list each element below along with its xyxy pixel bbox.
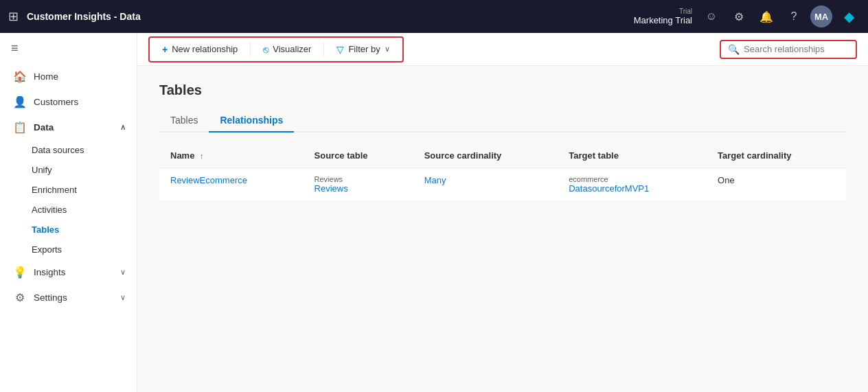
face-icon[interactable]: ☺ [700, 5, 722, 27]
target-table-label: ecommerce [569, 175, 696, 183]
source-cardinality-value: Many [424, 175, 446, 185]
sidebar-item-activities[interactable]: Activities [32, 200, 137, 220]
settings-icon[interactable]: ⚙ [728, 5, 750, 27]
settings-nav-icon: ⚙ [13, 291, 27, 304]
data-sources-label: Data sources [32, 145, 84, 155]
sidebar-item-exports[interactable]: Exports [32, 240, 137, 260]
search-box[interactable]: 🔍 [720, 40, 857, 59]
relationship-name-link[interactable]: ReviewEcommerce [170, 175, 247, 185]
page-title: Tables [159, 82, 846, 98]
toolbar-actions-group: + New relationship ⎋ Visualizer ▽ Filter… [148, 36, 404, 62]
table-head: Name ↑ Source table Source cardinality T… [159, 143, 846, 168]
col-header-source-cardinality: Source cardinality [413, 143, 558, 168]
col-header-target-table: Target table [558, 143, 707, 168]
data-sub-menu: Data sources Unify Enrichment Activities… [0, 140, 137, 260]
search-icon: 🔍 [728, 44, 740, 55]
unify-label: Unify [32, 165, 52, 175]
tab-tables-label: Tables [170, 115, 198, 126]
toolbar-divider-1 [250, 43, 251, 56]
target-table-value[interactable]: DatasourceforMVP1 [569, 183, 696, 194]
sidebar-item-insights-label: Insights [34, 267, 66, 277]
col-header-target-cardinality: Target cardinality [707, 143, 846, 168]
sidebar-item-insights[interactable]: 💡 Insights ∨ [0, 260, 137, 285]
sidebar-item-data-label: Data [34, 122, 54, 132]
relationships-table: Name ↑ Source table Source cardinality T… [159, 143, 846, 201]
tabs: Tables Relationships [159, 109, 846, 132]
insights-chevron: ∨ [120, 268, 126, 277]
sidebar-item-home-label: Home [34, 71, 58, 82]
data-chevron: ∧ [120, 123, 126, 132]
cell-target-cardinality: One [707, 168, 846, 201]
topbar-right: Trial Marketing Trial ☺ ⚙ 🔔 ? MA ◆ [634, 5, 860, 27]
tables-label: Tables [32, 224, 59, 235]
cell-name: ReviewEcommerce [159, 168, 304, 201]
col-header-source-table: Source table [304, 143, 413, 168]
sidebar-item-tables[interactable]: Tables [32, 220, 137, 240]
tab-relationships[interactable]: Relationships [209, 109, 294, 132]
sidebar-item-data[interactable]: 📋 Data ∧ [0, 115, 137, 140]
bell-icon[interactable]: 🔔 [755, 5, 777, 27]
sidebar-item-settings-label: Settings [34, 292, 67, 303]
apps-icon[interactable]: ⊞ [8, 9, 19, 24]
sidebar-item-settings[interactable]: ⚙ Settings ∨ [0, 285, 137, 310]
customers-icon: 👤 [13, 95, 27, 108]
sort-icon: ↑ [200, 152, 204, 160]
sidebar-item-home[interactable]: 🏠 Home [0, 64, 137, 89]
tab-relationships-label: Relationships [220, 115, 283, 126]
tab-tables[interactable]: Tables [159, 109, 209, 132]
trial-name: Marketing Trial [634, 15, 692, 25]
sidebar-item-customers-label: Customers [34, 97, 78, 107]
toolbar: + New relationship ⎋ Visualizer ▽ Filter… [137, 33, 868, 66]
home-icon: 🏠 [13, 70, 27, 83]
topbar: ⊞ Customer Insights - Data Trial Marketi… [0, 0, 868, 33]
data-icon: 📋 [13, 121, 27, 134]
cell-source-cardinality: Many [413, 168, 558, 201]
cell-target-table: ecommerce DatasourceforMVP1 [558, 168, 707, 201]
avatar[interactable]: MA [810, 5, 832, 27]
trial-label: Trial [679, 8, 692, 15]
enrichment-label: Enrichment [32, 185, 77, 195]
sidebar-item-enrichment[interactable]: Enrichment [32, 180, 137, 200]
target-cardinality-value: One [718, 175, 735, 185]
exports-label: Exports [32, 244, 62, 255]
sidebar-menu-icon[interactable]: ≡ [0, 33, 137, 64]
col-header-name: Name ↑ [159, 143, 304, 168]
table-header-row: Name ↑ Source table Source cardinality T… [159, 143, 846, 168]
search-input[interactable] [744, 44, 849, 54]
visualizer-label: Visualizer [273, 44, 311, 54]
brand-icon: ◆ [838, 5, 860, 27]
sidebar-item-data-sources[interactable]: Data sources [32, 140, 137, 160]
sidebar-item-customers[interactable]: 👤 Customers [0, 89, 137, 115]
trial-info: Trial Marketing Trial [634, 8, 692, 25]
new-relationship-label: New relationship [172, 44, 238, 54]
toolbar-divider-2 [323, 43, 324, 56]
sidebar: ≡ 🏠 Home 👤 Customers 📋 Data ∧ Data sourc… [0, 33, 137, 392]
table-row: ReviewEcommerce Reviews Reviews Many eco… [159, 168, 846, 201]
plus-icon: + [162, 44, 168, 55]
source-table-label: Reviews [315, 175, 402, 183]
content-area: Tables Tables Relationships Name ↑ [137, 66, 868, 392]
visualizer-button[interactable]: ⎋ Visualizer [256, 41, 318, 58]
insights-icon: 💡 [13, 266, 27, 279]
main-area: + New relationship ⎋ Visualizer ▽ Filter… [137, 33, 868, 392]
table-body: ReviewEcommerce Reviews Reviews Many eco… [159, 168, 846, 201]
visualizer-icon: ⎋ [263, 44, 269, 55]
filter-chevron-icon: ∨ [385, 45, 390, 54]
filter-icon: ▽ [336, 44, 344, 55]
filter-by-button[interactable]: ▽ Filter by ∨ [330, 41, 396, 58]
cell-source-table: Reviews Reviews [304, 168, 413, 201]
new-relationship-button[interactable]: + New relationship [155, 41, 244, 58]
activities-label: Activities [32, 205, 67, 215]
help-icon[interactable]: ? [783, 5, 805, 27]
app-title: Customer Insights - Data [27, 11, 626, 22]
sidebar-item-unify[interactable]: Unify [32, 160, 137, 180]
settings-chevron: ∨ [120, 293, 126, 302]
source-table-value[interactable]: Reviews [315, 183, 402, 194]
filter-by-label: Filter by [348, 44, 380, 54]
